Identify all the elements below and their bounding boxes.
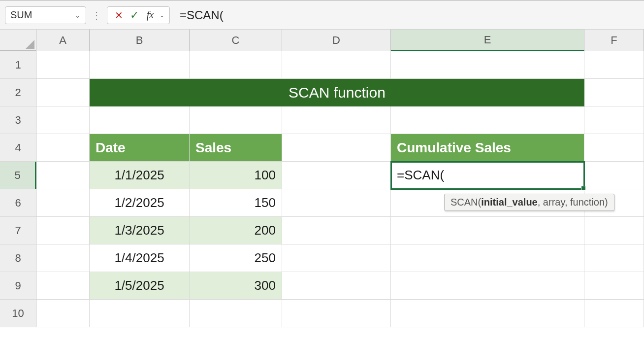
chevron-down-icon[interactable]: ⌄ xyxy=(160,12,164,19)
fx-icon[interactable]: fx xyxy=(144,9,157,22)
tooltip-fn: SCAN( xyxy=(451,197,481,208)
cell-F3[interactable] xyxy=(584,106,644,134)
formula-bar-text: =SCAN( xyxy=(180,8,224,22)
row-9: 1/5/2025 300 xyxy=(36,272,644,300)
cell-E5-text: =SCAN( xyxy=(397,168,444,183)
cell-F9[interactable] xyxy=(584,272,644,300)
row-1 xyxy=(36,51,644,79)
row-headers: 1 2 3 4 5 6 7 8 9 10 xyxy=(0,51,36,327)
grid: SCAN function Date Sales Cumulative Sale… xyxy=(36,51,644,327)
row-header-10[interactable]: 10 xyxy=(0,300,36,327)
cell-C9[interactable]: 300 xyxy=(190,272,282,300)
cell-F10[interactable] xyxy=(584,300,644,327)
cell-D8[interactable] xyxy=(282,244,391,272)
chevron-down-icon[interactable]: ⌄ xyxy=(75,11,81,19)
cell-C6[interactable]: 150 xyxy=(190,189,282,217)
cell-B4-date-header[interactable]: Date xyxy=(90,134,190,162)
cell-B9[interactable]: 1/5/2025 xyxy=(90,272,190,300)
cell-E9[interactable] xyxy=(391,272,584,300)
spreadsheet: A B C D E F 1 2 3 4 5 6 7 8 9 10 xyxy=(0,30,644,327)
cell-D5[interactable] xyxy=(282,162,391,189)
cell-A8[interactable] xyxy=(36,244,90,272)
cancel-icon[interactable]: ✕ xyxy=(112,9,125,22)
cell-D1[interactable] xyxy=(282,51,391,79)
title-banner-text: SCAN function xyxy=(289,84,386,101)
cell-F4[interactable] xyxy=(584,134,644,162)
cell-B3[interactable] xyxy=(90,106,190,134)
cell-C4-sales-header[interactable]: Sales xyxy=(190,134,282,162)
cell-A6[interactable] xyxy=(36,189,90,217)
cell-D6[interactable] xyxy=(282,189,391,217)
row-10 xyxy=(36,300,644,327)
cell-A4[interactable] xyxy=(36,134,90,162)
row-header-9[interactable]: 9 xyxy=(0,272,36,300)
cell-C3[interactable] xyxy=(190,106,282,134)
column-headers: A B C D E F xyxy=(0,30,644,51)
toolbar-divider: ⋮ xyxy=(90,9,103,21)
row-8: 1/4/2025 250 xyxy=(36,244,644,272)
cell-B5[interactable]: 1/1/2025 xyxy=(90,162,190,189)
cell-B8[interactable]: 1/4/2025 xyxy=(90,244,190,272)
row-header-5[interactable]: 5 xyxy=(0,162,36,189)
row-header-3[interactable]: 3 xyxy=(0,106,36,134)
cell-E8[interactable] xyxy=(391,244,584,272)
row-header-7[interactable]: 7 xyxy=(0,217,36,244)
col-header-A[interactable]: A xyxy=(36,30,90,51)
row-header-6[interactable]: 6 xyxy=(0,189,36,217)
cell-D9[interactable] xyxy=(282,272,391,300)
function-tooltip: SCAN(initial_value, array, function) xyxy=(444,194,614,211)
col-header-C[interactable]: C xyxy=(190,30,282,51)
tooltip-arg1: initial_value xyxy=(481,197,538,208)
cell-F1[interactable] xyxy=(584,51,644,79)
name-box[interactable]: SUM ⌄ xyxy=(5,6,86,24)
col-header-B[interactable]: B xyxy=(90,30,190,51)
cell-D7[interactable] xyxy=(282,217,391,244)
title-banner[interactable]: SCAN function xyxy=(90,79,584,106)
cell-A5[interactable] xyxy=(36,162,90,189)
cell-B6[interactable]: 1/2/2025 xyxy=(90,189,190,217)
cell-E4-cumulative-header[interactable]: Cumulative Sales xyxy=(391,134,584,162)
row-5: 1/1/2025 100 =SCAN( xyxy=(36,162,644,189)
accept-icon[interactable]: ✓ xyxy=(128,9,141,22)
cell-B10[interactable] xyxy=(90,300,190,327)
cell-B7[interactable]: 1/3/2025 xyxy=(90,217,190,244)
cell-B1[interactable] xyxy=(90,51,190,79)
cell-C8[interactable]: 250 xyxy=(190,244,282,272)
col-header-F[interactable]: F xyxy=(584,30,644,51)
row-3 xyxy=(36,106,644,134)
rows-container: 1 2 3 4 5 6 7 8 9 10 xyxy=(0,51,644,327)
formula-toolbar: SUM ⌄ ⋮ ✕ ✓ fx ⌄ =SCAN( xyxy=(0,0,644,30)
cell-F7[interactable] xyxy=(584,217,644,244)
cell-E10[interactable] xyxy=(391,300,584,327)
row-header-8[interactable]: 8 xyxy=(0,244,36,272)
cell-A2[interactable] xyxy=(36,79,90,106)
cell-D10[interactable] xyxy=(282,300,391,327)
cell-E1[interactable] xyxy=(391,51,584,79)
cell-C5[interactable]: 100 xyxy=(190,162,282,189)
cell-F2[interactable] xyxy=(584,79,644,106)
cell-C1[interactable] xyxy=(190,51,282,79)
row-header-4[interactable]: 4 xyxy=(0,134,36,162)
cell-E5-active[interactable]: =SCAN( xyxy=(391,162,584,189)
col-header-E[interactable]: E xyxy=(391,30,584,51)
cell-F8[interactable] xyxy=(584,244,644,272)
select-all-corner[interactable] xyxy=(0,30,36,51)
cell-D3[interactable] xyxy=(282,106,391,134)
cell-A7[interactable] xyxy=(36,217,90,244)
formula-bar[interactable]: =SCAN( xyxy=(174,6,639,24)
cell-D4[interactable] xyxy=(282,134,391,162)
row-7: 1/3/2025 200 xyxy=(36,217,644,244)
cell-A9[interactable] xyxy=(36,272,90,300)
cell-A1[interactable] xyxy=(36,51,90,79)
name-box-value: SUM xyxy=(10,9,75,21)
row-header-2[interactable]: 2 xyxy=(0,79,36,106)
cell-F5[interactable] xyxy=(584,162,644,189)
cell-A3[interactable] xyxy=(36,106,90,134)
cell-E3[interactable] xyxy=(391,106,584,134)
col-header-D[interactable]: D xyxy=(282,30,391,51)
cell-A10[interactable] xyxy=(36,300,90,327)
row-header-1[interactable]: 1 xyxy=(0,51,36,79)
cell-C10[interactable] xyxy=(190,300,282,327)
cell-C7[interactable]: 200 xyxy=(190,217,282,244)
cell-E7[interactable] xyxy=(391,217,584,244)
